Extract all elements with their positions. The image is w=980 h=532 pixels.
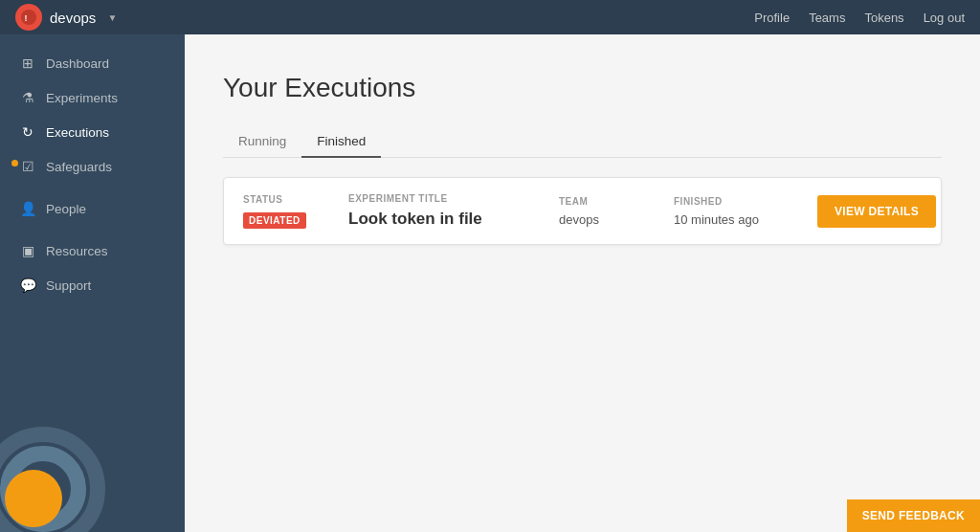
main-layout: ⊞ Dashboard ⚗ Experiments ↻ Executions ☑… (0, 34, 980, 532)
view-details-button[interactable]: VIEW DETAILS (817, 195, 936, 228)
sidebar-label-people: People (46, 202, 86, 216)
sidebar-item-resources[interactable]: ▣ Resources (0, 233, 185, 268)
people-icon: 👤 (19, 201, 36, 216)
sidebar-label-dashboard: Dashboard (46, 56, 109, 71)
team-value: devops (559, 212, 655, 227)
sidebar-graphic (0, 417, 115, 532)
resources-icon: ▣ (19, 243, 36, 258)
svg-point-0 (21, 10, 36, 25)
sidebar-item-dashboard[interactable]: ⊞ Dashboard (0, 46, 185, 80)
dropdown-icon[interactable]: ▼ (107, 12, 117, 23)
app-name: devops (50, 10, 96, 26)
send-feedback-button[interactable]: SEND FEEDBACK (847, 499, 980, 532)
experiments-icon: ⚗ (19, 90, 36, 105)
sidebar-label-support: Support (46, 278, 91, 293)
execution-title: Look token in file (348, 210, 540, 229)
tokens-link[interactable]: Tokens (864, 11, 903, 25)
sidebar-item-support[interactable]: 💬 Support (0, 268, 185, 302)
dashboard-icon: ⊞ (19, 55, 36, 71)
sidebar-section-people: 👤 People (0, 191, 185, 226)
page-title: Your Executions (223, 73, 942, 103)
execution-card: STATUS DEVIATED EXPERIMENT TITLE Look to… (223, 177, 942, 245)
status-badge: DEVIATED (243, 212, 306, 229)
team-column: TEAM devops (559, 196, 655, 227)
support-icon: 💬 (19, 277, 36, 293)
sidebar-item-executions[interactable]: ↻ Executions (0, 115, 185, 149)
sidebar-bottom-decoration (0, 494, 185, 532)
profile-link[interactable]: Profile (754, 11, 790, 25)
sidebar-label-resources: Resources (46, 244, 108, 258)
finished-value: 10 minutes ago (674, 212, 798, 227)
executions-icon: ↻ (19, 124, 36, 140)
safeguards-icon: ☑ (19, 159, 36, 174)
title-column-label: EXPERIMENT TITLE (348, 193, 540, 204)
logout-link[interactable]: Log out (924, 11, 965, 25)
sidebar-item-experiments[interactable]: ⚗ Experiments (0, 80, 185, 115)
tabs-container: Running Finished (223, 126, 942, 158)
main-content: Your Executions Running Finished STATUS … (185, 34, 980, 532)
sidebar: ⊞ Dashboard ⚗ Experiments ↻ Executions ☑… (0, 34, 185, 532)
svg-text:!: ! (25, 13, 28, 23)
sidebar-item-safeguards[interactable]: ☑ Safeguards (0, 149, 185, 184)
sidebar-label-executions: Executions (46, 125, 109, 140)
status-column: STATUS DEVIATED (243, 194, 329, 229)
sidebar-section-resources: ▣ Resources 💬 Support (0, 233, 185, 302)
sidebar-item-people[interactable]: 👤 People (0, 191, 185, 226)
title-column: EXPERIMENT TITLE Look token in file (348, 193, 540, 229)
active-indicator-dot (11, 160, 18, 166)
tab-running[interactable]: Running (223, 126, 301, 158)
topnav-right: Profile Teams Tokens Log out (754, 11, 965, 25)
finished-column-label: FINISHED (674, 196, 798, 207)
topnav: ! devops ▼ Profile Teams Tokens Log out (0, 0, 980, 34)
sidebar-label-experiments: Experiments (46, 91, 118, 105)
app-logo: ! (15, 4, 42, 31)
topnav-left: ! devops ▼ (15, 4, 117, 31)
teams-link[interactable]: Teams (809, 11, 845, 25)
status-column-label: STATUS (243, 194, 329, 205)
team-column-label: TEAM (559, 196, 655, 207)
tab-finished[interactable]: Finished (301, 126, 381, 158)
finished-column: FINISHED 10 minutes ago (674, 196, 798, 227)
sidebar-label-safeguards: Safeguards (46, 160, 112, 174)
